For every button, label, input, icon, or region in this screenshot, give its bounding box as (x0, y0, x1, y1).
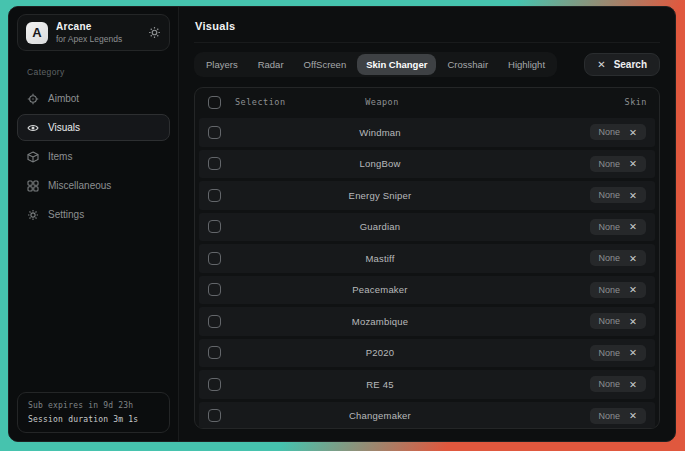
sidebar-item-label: Visuals (48, 122, 80, 133)
sidebar: A Arcane for Apex Legends Category Aimbo… (9, 7, 179, 441)
clear-skin-icon[interactable]: ✕ (629, 191, 637, 201)
skin-badge[interactable]: None✕ (590, 282, 646, 298)
grid-icon (27, 180, 39, 192)
subscription-card: Sub expires in 9d 23h Session duration 3… (17, 392, 170, 433)
skin-badge-cell: None✕ (590, 250, 655, 266)
row-checkbox[interactable] (208, 378, 221, 391)
row-checkbox[interactable] (208, 409, 221, 422)
clear-skin-icon[interactable]: ✕ (629, 254, 637, 264)
weapon-name: LongBow (359, 158, 400, 169)
skin-badge-cell: None✕ (590, 376, 655, 392)
category-label: Category (27, 67, 160, 77)
row-checkbox[interactable] (208, 315, 221, 328)
row-checkbox[interactable] (208, 126, 221, 139)
skin-badge-cell: None✕ (590, 124, 655, 140)
skin-badge-cell: None✕ (590, 156, 655, 172)
clear-skin-icon[interactable]: ✕ (629, 128, 637, 138)
tab-players[interactable]: Players (197, 54, 247, 75)
skin-badge[interactable]: None✕ (590, 376, 646, 392)
search-button[interactable]: ✕ Search (584, 53, 660, 76)
weapon-name: Mozambique (352, 316, 408, 327)
skin-badge[interactable]: None✕ (590, 156, 646, 172)
skin-column-header: Skin (625, 97, 659, 107)
sidebar-item-visuals[interactable]: Visuals (17, 114, 170, 141)
skin-badge[interactable]: None✕ (590, 313, 646, 329)
table-rows: WindmanNone✕LongBowNone✕Energy SniperNon… (195, 116, 659, 429)
weapon-name: Energy Sniper (349, 190, 412, 201)
select-all-checkbox[interactable] (208, 96, 221, 109)
row-checkbox[interactable] (208, 252, 221, 265)
table-row: GuardianNone✕ (199, 213, 655, 242)
app-title-block: Arcane for Apex Legends (56, 21, 140, 44)
clear-skin-icon[interactable]: ✕ (629, 380, 637, 390)
weapon-name: RE 45 (366, 379, 393, 390)
app-subtitle: for Apex Legends (56, 34, 140, 44)
table-row: RE 45None✕ (199, 370, 655, 399)
selection-column-header: Selection (235, 97, 286, 107)
skin-badge-cell: None✕ (590, 219, 655, 235)
weapon-name: Peacemaker (352, 284, 407, 295)
table-header-mid: Selection Weapon (235, 88, 529, 116)
settings-gear-icon[interactable] (148, 26, 161, 39)
sidebar-item-settings[interactable]: Settings (17, 201, 170, 228)
skin-badge[interactable]: None✕ (590, 219, 646, 235)
sub-expiry-text: Sub expires in 9d 23h (28, 401, 159, 410)
skin-badge-cell: None✕ (590, 345, 655, 361)
sidebar-item-label: Miscellaneous (48, 180, 111, 191)
app-logo: A (26, 22, 48, 44)
sidebar-item-aimbot[interactable]: Aimbot (17, 85, 170, 112)
clear-skin-icon[interactable]: ✕ (629, 317, 637, 327)
sidebar-item-label: Items (48, 151, 72, 162)
table-header-row: Selection Weapon Skin (195, 88, 659, 116)
sidebar-item-label: Aimbot (48, 93, 79, 104)
table-row: P2020None✕ (199, 339, 655, 368)
sidebar-item-items[interactable]: Items (17, 143, 170, 170)
clear-skin-icon[interactable]: ✕ (629, 348, 637, 358)
search-x-icon: ✕ (597, 59, 605, 70)
weapon-column-header: Weapon (365, 97, 399, 107)
row-checkbox[interactable] (208, 283, 221, 296)
row-checkbox[interactable] (208, 346, 221, 359)
skin-badge-cell: None✕ (590, 187, 655, 203)
tab-skin-changer[interactable]: Skin Changer (357, 54, 436, 75)
tab-radar[interactable]: Radar (249, 54, 293, 75)
tabs-row: PlayersRadarOffScreenSkin ChangerCrossha… (194, 52, 660, 77)
eye-icon (27, 122, 39, 134)
tabs-group: PlayersRadarOffScreenSkin ChangerCrossha… (194, 52, 557, 77)
crosshair-icon (27, 93, 39, 105)
row-checkbox[interactable] (208, 157, 221, 170)
tab-crosshair[interactable]: Crosshair (438, 54, 497, 75)
skin-value: None (599, 159, 621, 169)
session-duration-text: Session duration 3m 1s (28, 415, 159, 424)
skin-value: None (599, 127, 621, 137)
app-logo-card: A Arcane for Apex Legends (17, 14, 170, 51)
app-name: Arcane (56, 21, 140, 32)
tab-highlight[interactable]: Highlight (499, 54, 554, 75)
cube-icon (27, 151, 39, 163)
sidebar-item-label: Settings (48, 209, 84, 220)
skin-badge-cell: None✕ (590, 408, 655, 424)
sidebar-item-miscellaneous[interactable]: Miscellaneous (17, 172, 170, 199)
row-checkbox[interactable] (208, 189, 221, 202)
page-title: Visuals (195, 20, 659, 32)
weapon-name: Changemaker (349, 410, 411, 421)
skin-value: None (599, 379, 621, 389)
row-checkbox[interactable] (208, 220, 221, 233)
skin-badge[interactable]: None✕ (590, 408, 646, 424)
skin-badge-cell: None✕ (590, 313, 655, 329)
skin-badge[interactable]: None✕ (590, 345, 646, 361)
skin-value: None (599, 222, 621, 232)
main-panel: Visuals PlayersRadarOffScreenSkin Change… (179, 7, 675, 441)
clear-skin-icon[interactable]: ✕ (629, 222, 637, 232)
clear-skin-icon[interactable]: ✕ (629, 285, 637, 295)
skin-badge[interactable]: None✕ (590, 124, 646, 140)
skin-badge[interactable]: None✕ (590, 250, 646, 266)
weapon-name: Windman (359, 127, 401, 138)
tab-offscreen[interactable]: OffScreen (295, 54, 356, 75)
weapon-skin-table: Selection Weapon Skin WindmanNone✕LongBo… (194, 87, 660, 429)
weapon-name: Guardian (360, 221, 401, 232)
skin-value: None (599, 253, 621, 263)
clear-skin-icon[interactable]: ✕ (629, 411, 637, 421)
clear-skin-icon[interactable]: ✕ (629, 159, 637, 169)
skin-badge[interactable]: None✕ (590, 187, 646, 203)
